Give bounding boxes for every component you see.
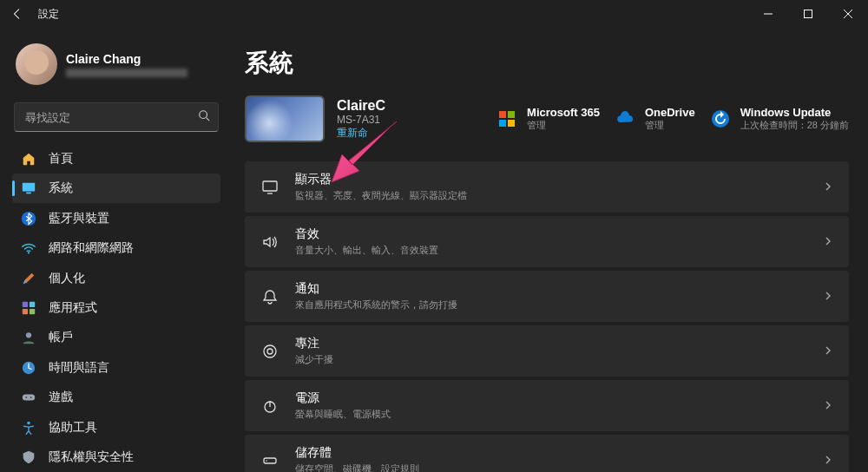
sidebar-item-label: 時間與語言 (49, 360, 109, 376)
svg-rect-19 (508, 120, 515, 127)
setting-notifications[interactable]: 通知 來自應用程式和系統的警示，請勿打擾 (245, 271, 849, 322)
setting-title: 音效 (295, 226, 807, 242)
setting-focus[interactable]: 專注 減少干擾 (245, 325, 849, 377)
sidebar-item-privacy[interactable]: 隱私權與安全性 (12, 443, 220, 472)
windows-update-link[interactable]: Windows Update 上次檢查時間：28 分鐘前 (709, 106, 849, 132)
setting-desc: 來自應用程式和系統的警示，請勿打擾 (295, 298, 807, 311)
chevron-right-icon (823, 453, 833, 469)
setting-title: 電源 (295, 390, 807, 406)
brush-icon (21, 271, 36, 286)
onedrive-link[interactable]: OneDrive 管理 (614, 106, 695, 132)
sidebar-item-home[interactable]: 首頁 (12, 144, 220, 173)
onedrive-title: OneDrive (645, 106, 695, 119)
maximize-button[interactable] (788, 0, 828, 28)
back-button[interactable] (10, 7, 24, 21)
sidebar-item-network[interactable]: 網路和網際網路 (12, 233, 220, 262)
setting-storage[interactable]: 儲存體 儲存空間、磁碟機、設定規則 (245, 435, 849, 472)
chevron-right-icon (823, 180, 833, 195)
bell-icon (260, 287, 279, 306)
svg-rect-18 (499, 120, 506, 127)
svg-point-22 (264, 345, 276, 357)
device-model: MS-7A31 (337, 114, 385, 126)
svg-point-13 (25, 397, 27, 398)
m365-title: Microsoft 365 (527, 106, 600, 119)
wifi-icon (21, 240, 36, 256)
setting-desc: 減少干擾 (295, 353, 807, 366)
svg-rect-9 (30, 309, 35, 314)
user-profile[interactable]: Claire Chang (12, 35, 220, 97)
sidebar-item-label: 隱私權與安全性 (49, 449, 134, 465)
sound-icon (260, 233, 279, 252)
accessibility-icon (21, 420, 36, 436)
sidebar-item-label: 首頁 (49, 151, 73, 167)
chevron-right-icon (823, 234, 833, 250)
sidebar-item-label: 應用程式 (49, 300, 97, 316)
shield-icon (21, 449, 36, 465)
page-title: 系統 (245, 47, 849, 80)
sidebar-item-bluetooth[interactable]: 藍牙與裝置 (12, 204, 220, 233)
user-email-blurred (66, 69, 187, 77)
sidebar-item-label: 遊戲 (49, 390, 73, 405)
minimize-button[interactable] (748, 0, 788, 28)
svg-rect-2 (23, 183, 35, 192)
setting-power[interactable]: 電源 螢幕與睡眠、電源模式 (245, 380, 849, 431)
svg-rect-12 (23, 395, 35, 401)
svg-point-26 (266, 460, 267, 462)
window-title: 設定 (38, 7, 59, 22)
clock-globe-icon (21, 360, 36, 376)
svg-point-14 (30, 397, 32, 398)
sidebar-item-personalization[interactable]: 個人化 (12, 264, 220, 292)
svg-rect-8 (23, 309, 28, 314)
svg-rect-21 (263, 181, 277, 191)
m365-sub: 管理 (527, 119, 600, 132)
avatar (16, 43, 57, 85)
setting-title: 通知 (295, 281, 807, 297)
svg-rect-7 (30, 302, 35, 307)
device-name: ClaireC (337, 98, 385, 114)
titlebar: 設定 (0, 0, 868, 28)
sidebar-item-accounts[interactable]: 帳戶 (12, 324, 220, 352)
device-card[interactable]: ClaireC MS-7A31 重新命 (245, 95, 385, 142)
setting-display[interactable]: 顯示器 監視器、亮度、夜間光線、顯示器設定檔 (245, 161, 849, 213)
main-content: 系統 ClaireC MS-7A31 重新命 Microsoft 365 管理 (226, 28, 868, 472)
sidebar-item-apps[interactable]: 應用程式 (12, 293, 220, 322)
m365-icon (496, 108, 518, 130)
home-icon (21, 151, 36, 167)
gamepad-icon (21, 390, 36, 405)
update-icon (709, 108, 732, 130)
focus-icon (260, 342, 279, 361)
onedrive-icon (614, 108, 636, 130)
chevron-right-icon (823, 289, 833, 305)
setting-desc: 儲存空間、磁碟機、設定規則 (295, 462, 807, 472)
device-rename-link[interactable]: 重新命 (337, 126, 385, 141)
windows-update-sub: 上次檢查時間：28 分鐘前 (740, 119, 849, 132)
onedrive-sub: 管理 (645, 119, 695, 132)
setting-title: 專注 (295, 336, 807, 351)
sidebar-item-label: 帳戶 (49, 330, 73, 345)
sidebar-item-label: 藍牙與裝置 (49, 211, 109, 226)
setting-desc: 音量大小、輸出、輸入、音效裝置 (295, 244, 807, 257)
sidebar-item-accessibility[interactable]: 協助工具 (12, 413, 220, 442)
search-input[interactable] (14, 102, 219, 132)
sidebar-item-system[interactable]: 系統 (12, 174, 220, 202)
power-icon (260, 397, 279, 416)
device-thumbnail (245, 95, 325, 142)
sidebar-item-time-language[interactable]: 時間與語言 (12, 353, 220, 382)
setting-desc: 監視器、亮度、夜間光線、顯示器設定檔 (295, 189, 807, 202)
chevron-right-icon (823, 398, 833, 414)
system-icon (21, 180, 36, 196)
close-button[interactable] (828, 0, 868, 28)
svg-point-5 (28, 252, 30, 253)
nav-list: 首頁 系統 藍牙與裝置 網路和網際網路 個人化 應用程式 (12, 144, 220, 472)
svg-point-23 (267, 349, 273, 354)
display-icon (260, 178, 279, 197)
chevron-right-icon (823, 344, 833, 359)
microsoft-365-link[interactable]: Microsoft 365 管理 (496, 106, 600, 132)
setting-sound[interactable]: 音效 音量大小、輸出、輸入、音效裝置 (245, 216, 849, 267)
sidebar-item-label: 系統 (49, 180, 73, 196)
sidebar-item-gaming[interactable]: 遊戲 (12, 384, 220, 412)
svg-rect-16 (499, 111, 506, 118)
person-icon (21, 330, 36, 345)
svg-rect-0 (805, 10, 812, 18)
sidebar-item-label: 網路和網際網路 (49, 240, 134, 256)
